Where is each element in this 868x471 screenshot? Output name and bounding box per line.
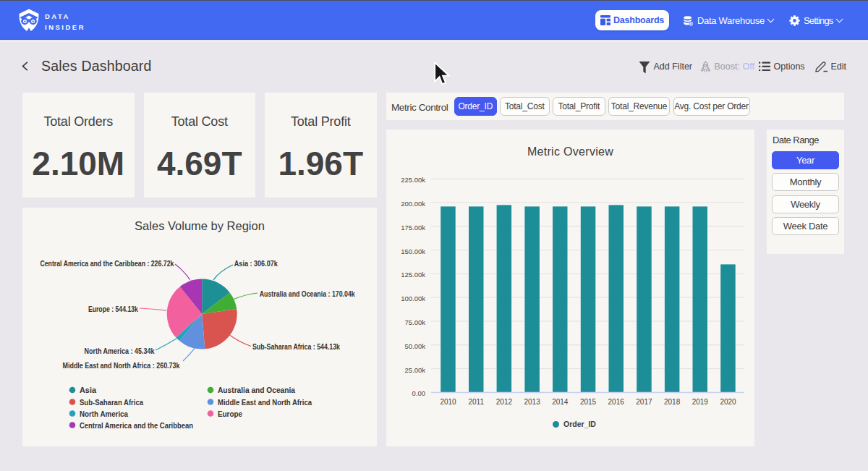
svg-text:125.00k: 125.00k	[401, 271, 425, 279]
svg-text:Australia and Oceania: Australia and Oceania	[218, 386, 296, 394]
svg-text:0.00: 0.00	[412, 389, 426, 397]
svg-text:Sub-Saharan Africa : 544.13k: Sub-Saharan Africa : 544.13k	[252, 342, 341, 351]
svg-text:Order_ID: Order_ID	[563, 420, 596, 428]
svg-text:North America : 45.34k: North America : 45.34k	[85, 347, 156, 355]
svg-text:Middle East and North Africa :: Middle East and North Africa : 260.73k	[63, 361, 181, 370]
svg-text:2019: 2019	[692, 398, 709, 406]
svg-text:2020: 2020	[720, 398, 736, 406]
svg-text:2017: 2017	[636, 398, 652, 406]
svg-text:2011: 2011	[468, 398, 484, 406]
svg-text:225.00k: 225.00k	[401, 176, 425, 184]
svg-text:Middle East and North Africa: Middle East and North Africa	[218, 398, 312, 407]
svg-text:2018: 2018	[664, 398, 681, 406]
svg-text:2012: 2012	[496, 398, 513, 406]
svg-text:Asia: Asia	[80, 386, 97, 394]
svg-text:50.00k: 50.00k	[404, 342, 425, 350]
svg-text:2013: 2013	[524, 398, 540, 406]
svg-text:Europe: Europe	[218, 410, 242, 418]
svg-text:2014: 2014	[552, 398, 569, 406]
svg-text:100.00k: 100.00k	[401, 294, 425, 302]
svg-text:Australia and Oceania : 170.04: Australia and Oceania : 170.04k	[260, 289, 356, 298]
svg-text:150.00k: 150.00k	[401, 247, 425, 255]
svg-text:Central America and the Caribb: Central America and the Caribbean	[80, 421, 193, 430]
svg-text:2015: 2015	[580, 398, 597, 406]
svg-text:2010: 2010	[440, 398, 456, 406]
svg-text:Central America and the Caribb: Central America and the Caribbean : 226.…	[40, 259, 174, 268]
svg-text:25.00k: 25.00k	[404, 366, 425, 374]
svg-text:Sub-Saharan Africa: Sub-Saharan Africa	[80, 398, 144, 407]
svg-text:Europe : 544.13k: Europe : 544.13k	[88, 305, 139, 313]
svg-text:200.00k: 200.00k	[401, 200, 425, 208]
svg-text:175.00k: 175.00k	[401, 224, 425, 232]
svg-text:Asia : 306.07k: Asia : 306.07k	[234, 259, 278, 268]
svg-text:75.00k: 75.00k	[404, 318, 425, 326]
svg-text:2016: 2016	[608, 398, 625, 406]
svg-text:North America: North America	[80, 410, 129, 418]
